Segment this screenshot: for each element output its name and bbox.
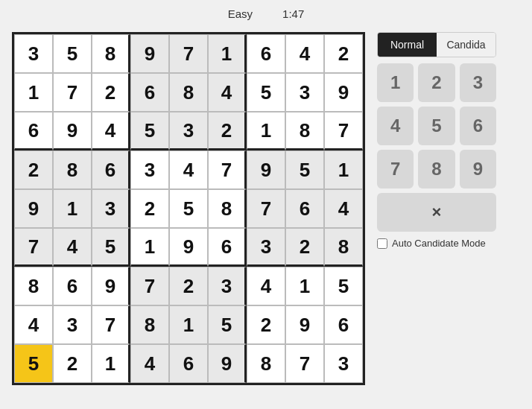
numpad-button-2[interactable]: 2	[418, 63, 455, 102]
table-row[interactable]: 9	[53, 112, 92, 150]
table-row[interactable]: 1	[130, 228, 169, 267]
table-row[interactable]: 5	[169, 189, 208, 228]
candidate-mode-button[interactable]: Candida	[437, 33, 495, 57]
table-row[interactable]: 2	[324, 34, 363, 73]
table-row[interactable]: 3	[208, 267, 247, 305]
table-row[interactable]: 9	[208, 344, 247, 383]
table-row[interactable]: 4	[169, 150, 208, 189]
table-row[interactable]: 8	[247, 344, 285, 383]
table-row[interactable]: 7	[324, 112, 363, 150]
table-row[interactable]: 8	[324, 228, 363, 267]
table-row[interactable]: 1	[324, 150, 363, 189]
table-row[interactable]: 3	[14, 34, 53, 73]
table-row[interactable]: 5	[324, 267, 363, 305]
table-row[interactable]: 9	[92, 267, 130, 305]
table-row[interactable]: 2	[14, 150, 53, 189]
table-row[interactable]: 9	[285, 305, 324, 344]
table-row[interactable]: 9	[14, 189, 53, 228]
table-row[interactable]: 6	[53, 267, 92, 305]
table-row[interactable]: 7	[130, 267, 169, 305]
table-row[interactable]: 4	[247, 267, 285, 305]
table-row[interactable]: 2	[285, 228, 324, 267]
table-row[interactable]: 3	[247, 228, 285, 267]
table-row[interactable]: 5	[285, 150, 324, 189]
table-row[interactable]: 5	[247, 73, 285, 112]
table-row[interactable]: 6	[247, 34, 285, 73]
table-row[interactable]: 1	[92, 344, 130, 383]
table-row[interactable]: 4	[208, 73, 247, 112]
table-row[interactable]: 4	[324, 189, 363, 228]
table-row[interactable]: 1	[285, 267, 324, 305]
table-row[interactable]: 6	[92, 150, 130, 189]
numpad-button-9[interactable]: 9	[460, 150, 496, 188]
numpad-button-7[interactable]: 7	[377, 150, 414, 188]
table-row[interactable]: 3	[285, 73, 324, 112]
table-row[interactable]: 1	[247, 112, 285, 150]
table-row[interactable]: 6	[285, 189, 324, 228]
table-row[interactable]: 6	[14, 112, 53, 150]
table-row[interactable]: 7	[208, 150, 247, 189]
table-row[interactable]: 3	[169, 112, 208, 150]
mode-toggle[interactable]: Normal Candida	[377, 32, 496, 57]
table-row[interactable]: 8	[208, 189, 247, 228]
table-row[interactable]: 5	[92, 228, 130, 267]
sudoku-board[interactable]: 3589716421726845396945321872863479519132…	[12, 32, 365, 385]
numpad-button-3[interactable]: 3	[460, 63, 496, 102]
table-row[interactable]: 4	[14, 305, 53, 344]
table-row[interactable]: 2	[130, 189, 169, 228]
table-row[interactable]: 7	[285, 344, 324, 383]
table-row[interactable]: 5	[53, 34, 92, 73]
table-row[interactable]: 7	[53, 73, 92, 112]
right-panel: Normal Candida 123456789× Auto Candidate…	[377, 32, 496, 249]
table-row[interactable]: 4	[92, 112, 130, 150]
table-row[interactable]: 5	[130, 112, 169, 150]
numpad-button-8[interactable]: 8	[418, 150, 455, 188]
table-row[interactable]: 7	[92, 305, 130, 344]
delete-button[interactable]: ×	[377, 193, 496, 232]
table-row[interactable]: 7	[169, 34, 208, 73]
numpad-button-6[interactable]: 6	[460, 107, 496, 145]
table-row[interactable]: 3	[324, 344, 363, 383]
table-row[interactable]: 6	[169, 344, 208, 383]
table-row[interactable]: 6	[130, 73, 169, 112]
table-row[interactable]: 8	[169, 73, 208, 112]
auto-candidate-label: Auto Candidate Mode	[392, 238, 486, 249]
table-row[interactable]: 8	[53, 150, 92, 189]
table-row[interactable]: 5	[14, 344, 53, 383]
table-row[interactable]: 1	[208, 34, 247, 73]
table-row[interactable]: 3	[53, 305, 92, 344]
auto-candidate-checkbox[interactable]	[377, 238, 387, 249]
table-row[interactable]: 8	[92, 34, 130, 73]
table-row[interactable]: 1	[169, 305, 208, 344]
table-row[interactable]: 9	[169, 228, 208, 267]
table-row[interactable]: 1	[14, 73, 53, 112]
normal-mode-button[interactable]: Normal	[378, 33, 437, 57]
table-row[interactable]: 9	[247, 150, 285, 189]
table-row[interactable]: 8	[130, 305, 169, 344]
table-row[interactable]: 3	[130, 150, 169, 189]
numpad[interactable]: 123456789×	[377, 63, 496, 232]
table-row[interactable]: 4	[285, 34, 324, 73]
timer-label: 1:47	[282, 7, 304, 20]
table-row[interactable]: 9	[324, 73, 363, 112]
numpad-button-5[interactable]: 5	[418, 107, 455, 145]
table-row[interactable]: 4	[53, 228, 92, 267]
table-row[interactable]: 6	[208, 228, 247, 267]
table-row[interactable]: 1	[53, 189, 92, 228]
table-row[interactable]: 2	[53, 344, 92, 383]
table-row[interactable]: 2	[169, 267, 208, 305]
table-row[interactable]: 8	[14, 267, 53, 305]
table-row[interactable]: 7	[247, 189, 285, 228]
table-row[interactable]: 6	[324, 305, 363, 344]
table-row[interactable]: 7	[14, 228, 53, 267]
table-row[interactable]: 2	[247, 305, 285, 344]
table-row[interactable]: 5	[208, 305, 247, 344]
numpad-button-4[interactable]: 4	[377, 107, 414, 145]
table-row[interactable]: 9	[130, 34, 169, 73]
table-row[interactable]: 3	[92, 189, 130, 228]
table-row[interactable]: 2	[92, 73, 130, 112]
table-row[interactable]: 2	[208, 112, 247, 150]
table-row[interactable]: 8	[285, 112, 324, 150]
table-row[interactable]: 4	[130, 344, 169, 383]
numpad-button-1[interactable]: 1	[377, 63, 414, 102]
